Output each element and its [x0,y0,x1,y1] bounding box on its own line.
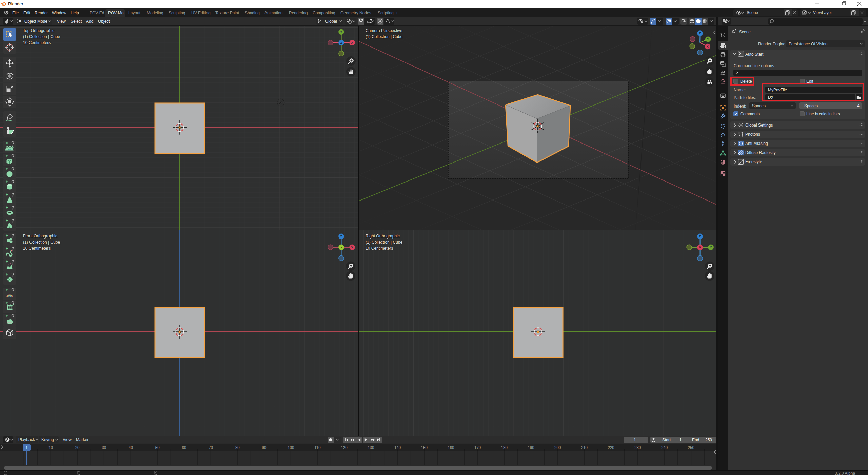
svg-text:Y: Y [340,30,342,34]
svg-text:Z: Z [340,41,342,44]
svg-text:1: 1 [25,445,27,450]
svg-text:Y: Y [710,246,712,249]
svg-text:Z: Z [699,32,701,35]
svg-text:Z: Z [699,235,701,238]
svg-text:X: X [351,41,353,44]
svg-text:Y: Y [707,38,709,41]
svg-text:-Y: -Y [340,246,343,249]
svg-text:X: X [351,246,353,249]
svg-text:∞: ∞ [8,148,11,151]
svg-text:X: X [707,45,709,48]
svg-text:X: X [699,246,701,249]
svg-text:Z: Z [340,235,342,238]
